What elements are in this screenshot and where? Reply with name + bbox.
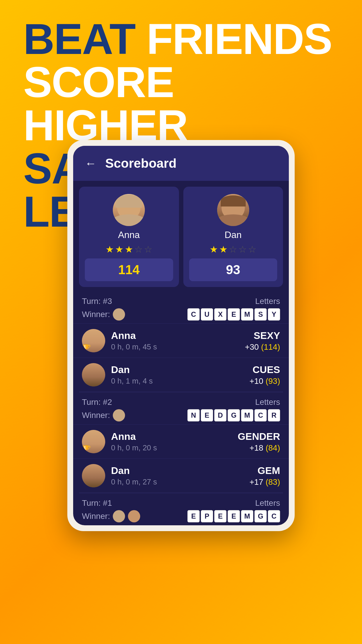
turn-1-winner-label: Winner: bbox=[82, 512, 110, 521]
dan-entry-name-turn2: Dan bbox=[111, 465, 244, 476]
tile-G2: G bbox=[254, 510, 267, 522]
tile-C3: C bbox=[268, 510, 280, 522]
anna-star-1: ★ bbox=[106, 244, 114, 255]
turn-2-letters-section: Letters N E D G M C R bbox=[187, 398, 280, 421]
tile-D: D bbox=[214, 409, 226, 421]
tile-E2: E bbox=[201, 409, 213, 421]
dan-entry-time-turn2: 0 h, 0 m, 27 s bbox=[111, 477, 244, 487]
turn-2-header: Turn: #2 Winner: Letters N E D G M C R bbox=[73, 392, 289, 424]
tile-R: R bbox=[268, 409, 280, 421]
dan-points-turn3: +10 (93) bbox=[249, 377, 280, 386]
anna-score: 114 bbox=[118, 262, 140, 277]
anna-trophy-turn2: 🏆 bbox=[82, 445, 91, 453]
turn-3-letters-section: Letters C U X E M S Y bbox=[187, 297, 280, 321]
turn-3-info: Turn: #3 Winner: bbox=[82, 297, 125, 321]
tile-M3: M bbox=[241, 510, 253, 522]
anna-score-section-turn2: GENDER +18 (84) bbox=[238, 431, 280, 453]
dan-score-section-turn2: GEM +17 (83) bbox=[249, 465, 280, 487]
dan-pts-val-turn3: +10 bbox=[249, 377, 263, 386]
headline-score-higher: SCORE HIGHER bbox=[23, 61, 339, 147]
dan-points-turn2: +17 (83) bbox=[249, 477, 280, 487]
turn-1-info: Turn: #1 Winner: bbox=[82, 498, 140, 522]
player-card-dan: Dan ★ ★ ☆ ☆ ☆ 93 bbox=[183, 187, 283, 287]
dan-score-section-turn3: CUES +10 (93) bbox=[249, 364, 280, 386]
dan-entry-name-turn3: Dan bbox=[111, 364, 244, 375]
anna-name: Anna bbox=[118, 230, 140, 240]
anna-star-3: ★ bbox=[125, 244, 133, 255]
dan-star-4: ☆ bbox=[238, 244, 247, 255]
anna-trophy-turn3: 🏆 bbox=[82, 344, 91, 352]
turn-2-letters-label: Letters bbox=[187, 398, 280, 407]
entry-dan-turn3: Dan 0 h, 1 m, 4 s CUES +10 (93) bbox=[73, 358, 289, 392]
turn-3-winner-avatar bbox=[113, 308, 125, 321]
players-section: Anna ★ ★ ★ ☆ ☆ 114 bbox=[73, 181, 289, 291]
dan-star-1: ★ bbox=[210, 244, 218, 255]
turn-1-tiles: E P E E M G C bbox=[187, 510, 280, 522]
turn-1-letters-label: Letters bbox=[187, 498, 280, 508]
anna-entry-avatar-turn3: 🏆 bbox=[82, 329, 105, 352]
dan-entry-avatar-turn3 bbox=[82, 363, 105, 386]
tile-P: P bbox=[201, 510, 213, 522]
anna-cumulative-turn2: (84) bbox=[266, 443, 280, 452]
tile-M2: M bbox=[241, 409, 253, 421]
turn-3-letters-label: Letters bbox=[187, 297, 280, 306]
dan-info-turn2: Dan 0 h, 0 m, 27 s bbox=[111, 465, 244, 487]
anna-points-turn2: +18 (84) bbox=[238, 443, 280, 453]
entry-anna-turn3: 🏆 Anna 0 h, 0 m, 45 s SEXY +30 (114) bbox=[73, 323, 289, 358]
dan-avatar bbox=[217, 194, 249, 226]
tile-X: X bbox=[214, 308, 226, 321]
turn-2-info: Turn: #2 Winner: bbox=[82, 398, 125, 421]
tile-G: G bbox=[228, 409, 240, 421]
tile-U: U bbox=[201, 308, 213, 321]
anna-info-turn2: Anna 0 h, 0 m, 20 s bbox=[111, 431, 232, 452]
dan-entry-avatar-turn2 bbox=[82, 464, 105, 487]
phone-screen: ← Scoreboard Anna ★ bbox=[73, 146, 289, 525]
turn-3-tiles: C U X E M S Y bbox=[187, 308, 280, 321]
dan-word-turn3: CUES bbox=[249, 364, 280, 375]
tile-E: E bbox=[228, 308, 240, 321]
anna-pts-val-turn3: +30 bbox=[245, 342, 259, 351]
anna-entry-time-turn2: 0 h, 0 m, 20 s bbox=[111, 443, 232, 452]
dan-cumulative-turn3: (93) bbox=[266, 377, 280, 386]
anna-score-section-turn3: SEXY +30 (114) bbox=[245, 330, 280, 352]
dan-cumulative-turn2: (83) bbox=[266, 477, 280, 487]
turn-2-winner-label: Winner: bbox=[82, 411, 110, 420]
turn-1-winner-avatar-anna bbox=[113, 510, 125, 522]
dan-star-5: ☆ bbox=[248, 244, 256, 255]
tile-M: M bbox=[241, 308, 253, 321]
anna-entry-time-turn3: 0 h, 0 m, 45 s bbox=[111, 342, 239, 351]
anna-entry-name-turn3: Anna bbox=[111, 330, 239, 341]
phone-mockup: ← Scoreboard Anna ★ bbox=[67, 140, 295, 531]
dan-star-2: ★ bbox=[219, 244, 228, 255]
anna-points-turn3: +30 (114) bbox=[245, 342, 280, 352]
tile-S: S bbox=[254, 308, 267, 321]
screen-title: Scoreboard bbox=[105, 156, 177, 171]
player-card-anna: Anna ★ ★ ★ ☆ ☆ 114 bbox=[79, 187, 179, 287]
turn-2-label: Turn: #2 bbox=[82, 398, 125, 407]
tile-Y: Y bbox=[268, 308, 280, 321]
turn-1-winner-avatar-dan bbox=[128, 510, 140, 522]
anna-cumulative-turn3: (114) bbox=[261, 342, 280, 351]
tile-N: N bbox=[187, 409, 200, 421]
back-button[interactable]: ← bbox=[85, 157, 96, 170]
turn-1-header: Turn: #1 Winner: Letters E P E E M G C bbox=[73, 493, 289, 525]
turn-3-winner-label: Winner: bbox=[82, 310, 110, 319]
anna-entry-avatar-turn2: 🏆 bbox=[82, 430, 105, 453]
anna-star-5: ☆ bbox=[144, 244, 152, 255]
anna-word-turn2: GENDER bbox=[238, 431, 280, 442]
app-header: ← Scoreboard bbox=[73, 146, 289, 181]
anna-entry-name-turn2: Anna bbox=[111, 431, 232, 442]
dan-info-turn3: Dan 0 h, 1 m, 4 s bbox=[111, 364, 244, 386]
dan-entry-time-turn3: 0 h, 1 m, 4 s bbox=[111, 377, 244, 386]
dan-stars: ★ ★ ☆ ☆ ☆ bbox=[210, 244, 256, 255]
turn-1-label: Turn: #1 bbox=[82, 498, 140, 508]
tile-C: C bbox=[187, 308, 200, 321]
turn-2-winner: Winner: bbox=[82, 409, 125, 421]
tile-E5: E bbox=[228, 510, 240, 522]
turn-2-winner-avatar bbox=[113, 409, 125, 421]
anna-star-4: ☆ bbox=[134, 244, 143, 255]
anna-star-2: ★ bbox=[115, 244, 124, 255]
anna-stars: ★ ★ ★ ☆ ☆ bbox=[106, 244, 152, 255]
entry-anna-turn2: 🏆 Anna 0 h, 0 m, 20 s GENDER +18 (84) bbox=[73, 424, 289, 459]
tile-E4: E bbox=[214, 510, 226, 522]
